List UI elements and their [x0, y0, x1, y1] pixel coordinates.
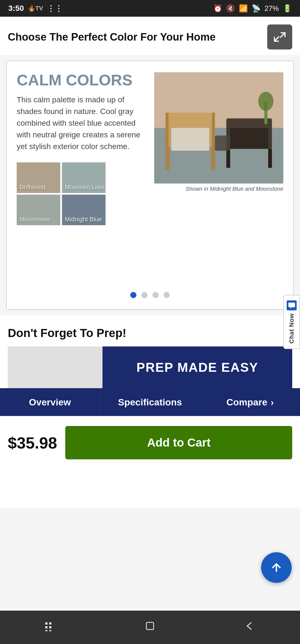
cast-icon: ⋮⋮ [47, 4, 62, 13]
svg-rect-13 [226, 149, 230, 168]
status-icons-area: ⏰ 🔇 📶 📡 27% 🔋 [213, 4, 292, 13]
bottom-tabs: Overview Specifications Compare › [0, 388, 300, 416]
fire-tv-icon: 🔥TV [28, 5, 43, 12]
signal-icon: 📡 [252, 4, 261, 13]
battery-icon: 🔋 [283, 4, 292, 13]
carousel-empty-space [7, 234, 293, 284]
nav-back-icon[interactable] [243, 619, 257, 636]
swatch-driftwood-label: Driftwood [19, 184, 45, 191]
tab-compare[interactable]: Compare › [200, 388, 300, 416]
prep-banner-left [8, 346, 102, 388]
svg-rect-12 [230, 128, 268, 149]
svg-rect-6 [171, 128, 209, 151]
tab-overview[interactable]: Overview [0, 388, 100, 416]
expand-button[interactable] [267, 24, 292, 49]
svg-rect-23 [45, 630, 48, 631]
bottom-nav-bar [0, 611, 300, 644]
carousel-dot-1[interactable] [130, 292, 136, 298]
svg-rect-14 [268, 149, 272, 168]
tab-specifications[interactable]: Specifications [100, 388, 200, 416]
svg-line-0 [281, 33, 285, 37]
price-row: $35.98 Add to Cart [0, 416, 300, 469]
status-bar: 3:50 🔥TV ⋮⋮ ⏰ 🔇 📶 📡 27% 🔋 [0, 0, 300, 17]
status-time-area: 3:50 🔥TV ⋮⋮ [8, 4, 62, 13]
svg-rect-18 [288, 303, 295, 307]
patio-photo [154, 72, 283, 184]
calm-left-panel: CALM COLORS This calm palette is made up… [17, 72, 146, 225]
swatch-mountain-lake-label: Mountain Lake [65, 184, 105, 191]
tab-compare-arrow: › [271, 397, 274, 408]
color-swatches-grid: Driftwood Mountain Lake Moonstone Midnig… [17, 162, 106, 225]
nav-home-icon[interactable] [143, 619, 157, 636]
wifi-icon: 📶 [239, 4, 248, 13]
svg-rect-24 [49, 630, 51, 631]
swatch-midnight-blue-label: Midnight Blue [65, 216, 102, 223]
svg-rect-20 [49, 622, 51, 625]
scroll-to-top-fab[interactable] [261, 552, 292, 583]
time-display: 3:50 [8, 4, 24, 13]
svg-line-1 [274, 37, 279, 41]
carousel-dot-4[interactable] [164, 292, 170, 298]
calm-colors-title: CALM COLORS [17, 72, 146, 88]
swatch-midnight-blue[interactable]: Midnight Blue [62, 195, 106, 225]
carousel-dot-2[interactable] [141, 292, 148, 298]
swatch-moonstone-label: Moonstone [19, 216, 50, 223]
prep-section: Don't Forget To Prep! PREP MADE EASY [0, 315, 300, 388]
carousel-dots [7, 284, 293, 309]
bottom-spacer [0, 469, 300, 508]
mute-icon: 🔇 [226, 4, 235, 13]
prep-banner: PREP MADE EASY [8, 346, 292, 388]
calm-colors-section: CALM COLORS This calm palette is made up… [7, 61, 293, 234]
carousel-dot-3[interactable] [152, 292, 159, 298]
swatch-driftwood[interactable]: Driftwood [17, 162, 60, 193]
content-card: CALM COLORS This calm palette is made up… [6, 61, 294, 310]
svg-point-17 [258, 92, 274, 111]
chat-now-label: Chat Now [288, 313, 295, 343]
battery-display: 27% [264, 4, 279, 13]
svg-rect-10 [212, 113, 215, 151]
photo-caption: Shown in Midnight Blue and Moonstone [154, 186, 283, 192]
svg-rect-25 [146, 622, 154, 630]
page-title: Choose The Perfect Color For Your Home [8, 31, 267, 43]
svg-rect-22 [49, 626, 51, 628]
svg-rect-9 [166, 113, 169, 151]
prep-heading: Don't Forget To Prep! [8, 326, 292, 340]
prep-banner-center: PREP MADE EASY [102, 346, 292, 388]
add-to-cart-button[interactable]: Add to Cart [65, 426, 292, 459]
price-display: $35.98 [8, 434, 57, 452]
swatch-mountain-lake[interactable]: Mountain Lake [62, 162, 106, 193]
svg-rect-21 [45, 626, 48, 628]
svg-rect-19 [45, 622, 48, 625]
chat-icon [287, 300, 297, 310]
swatch-moonstone[interactable]: Moonstone [17, 195, 60, 225]
svg-rect-15 [215, 135, 230, 151]
calm-colors-description: This calm palette is made up of shades f… [17, 94, 146, 152]
alarm-icon: ⏰ [213, 4, 222, 13]
calm-right-panel: Shown in Midnight Blue and Moonstone [154, 72, 283, 192]
page-header: Choose The Perfect Color For Your Home [0, 17, 300, 55]
nav-menu-icon[interactable] [43, 619, 57, 636]
prep-banner-text: PREP MADE EASY [136, 360, 258, 375]
chat-sidebar[interactable]: Chat Now [283, 295, 300, 349]
